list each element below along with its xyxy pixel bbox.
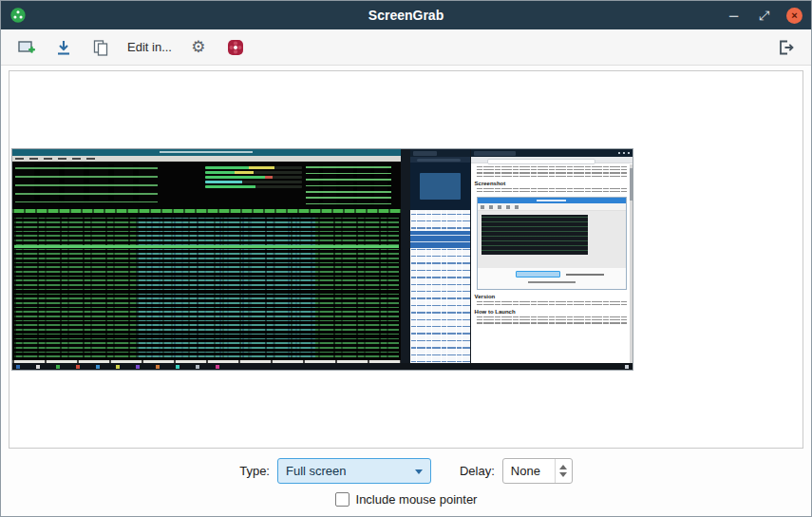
- preview-process-header-row: [12, 209, 401, 213]
- type-select[interactable]: Full screen: [277, 458, 431, 484]
- delay-spinbox[interactable]: None: [502, 458, 573, 484]
- new-screenshot-button[interactable]: [10, 33, 43, 62]
- include-pointer-checkbox[interactable]: [335, 492, 349, 507]
- preview-terminal-body: [12, 162, 401, 365]
- about-icon: [226, 38, 245, 57]
- preview-embedded-toolbar: [478, 203, 626, 211]
- include-pointer-label: Include mouse pointer: [356, 492, 478, 507]
- gear-icon: ⚙: [191, 39, 205, 55]
- preview-embedded-screengrab: [477, 197, 627, 290]
- copy-button[interactable]: [85, 33, 117, 62]
- preview-doc-content: Screenshot Version: [475, 164, 629, 365]
- preview-doc-scrollbar: [630, 164, 633, 365]
- preview-doc-urlbar: [471, 157, 633, 163]
- spin-up-icon[interactable]: [559, 465, 567, 469]
- new-screenshot-icon: [17, 38, 36, 57]
- preview-doc-subheading-version: Version: [475, 293, 629, 300]
- window-controls: ─ ⤢ ×: [726, 8, 803, 24]
- preview-doc-paragraph: [476, 166, 628, 178]
- capture-options-row: Type: Full screen Delay: None: [239, 458, 573, 484]
- window-title: ScreenGrab: [1, 8, 811, 23]
- preview-toc-tabbar: [410, 149, 470, 157]
- preview-embedded-controls: [478, 268, 626, 289]
- preview-toc-cover-image: [410, 163, 470, 210]
- save-button[interactable]: [47, 33, 80, 62]
- preview-monitor-text: [306, 164, 391, 206]
- preview-embedded-delay: [566, 274, 603, 276]
- quit-button[interactable]: [769, 33, 802, 62]
- preview-doc-heading: Screenshot: [475, 180, 629, 187]
- preview-taskbar-clock: [625, 365, 629, 369]
- preview-embedded-combo: [516, 271, 560, 278]
- spin-down-icon[interactable]: [559, 472, 567, 477]
- type-label: Type:: [239, 464, 270, 478]
- maximize-button[interactable]: ⤢: [756, 8, 772, 24]
- pointer-option-row: Include mouse pointer: [335, 492, 478, 507]
- about-button[interactable]: [219, 33, 252, 62]
- quit-icon: [776, 38, 795, 57]
- spinbox-arrows[interactable]: [555, 459, 572, 483]
- titlebar[interactable]: ScreenGrab ─ ⤢ ×: [1, 1, 811, 29]
- preview-doc-subheading-launch: How to Launch: [475, 308, 629, 316]
- preview-cpu-meters: [205, 164, 302, 206]
- delay-spinbox-value: None: [511, 464, 540, 478]
- capture-options: Type: Full screen Delay: None Include mo…: [1, 452, 811, 516]
- preview-browser-toc-window: [410, 149, 470, 365]
- screenshot-preview: Screenshot Version: [11, 148, 633, 371]
- settings-button[interactable]: ⚙: [182, 33, 215, 62]
- preview-terminal-prompt-lines: [15, 164, 158, 202]
- preview-doc-paragraph: [476, 316, 628, 324]
- preview-embedded-thumbnail: [482, 215, 589, 255]
- toolbar: Edit in... ⚙: [1, 29, 811, 66]
- chevron-down-icon: [415, 469, 423, 474]
- preview-taskbar: [12, 363, 633, 370]
- preview-embedded-preview: [478, 211, 626, 268]
- preview-toc-selected-links: [410, 231, 470, 248]
- delay-label: Delay:: [460, 464, 495, 478]
- minimize-button[interactable]: ─: [726, 8, 742, 24]
- screengrab-window: ScreenGrab ─ ⤢ ×: [0, 0, 812, 517]
- edit-in-label: Edit in...: [127, 40, 172, 54]
- save-icon: [54, 38, 73, 57]
- preview-terminal-window: [12, 149, 401, 365]
- preview-doc-paragraph: [476, 301, 628, 306]
- preview-doc-paragraph: [476, 188, 628, 194]
- preview-terminal-system-monitor: [205, 164, 391, 206]
- preview-terminal-titlebar: [12, 149, 401, 156]
- preview-doc-tabbar: [471, 149, 633, 157]
- close-button[interactable]: ×: [786, 8, 803, 24]
- preview-area[interactable]: Screenshot Version: [9, 70, 803, 449]
- preview-selected-row: [14, 245, 399, 248]
- preview-embedded-checkbox-line: [528, 281, 576, 283]
- app-logo-icon: [9, 7, 27, 24]
- copy-icon: [91, 38, 110, 57]
- preview-browser-doc-window: Screenshot Version: [471, 149, 633, 365]
- type-select-value: Full screen: [286, 464, 347, 478]
- preview-process-paths: [137, 216, 315, 359]
- edit-in-button[interactable]: Edit in...: [122, 33, 178, 62]
